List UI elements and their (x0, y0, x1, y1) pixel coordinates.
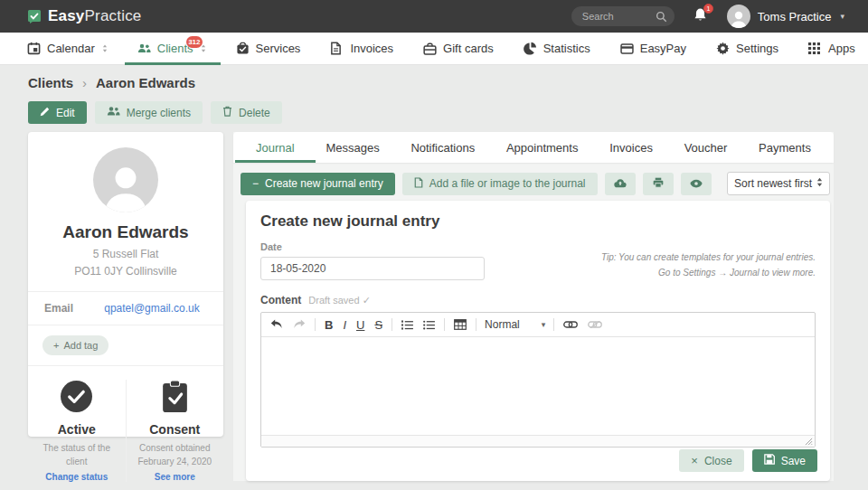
close-button-label: Close (704, 455, 732, 467)
client-name: Aaron Edwards (28, 222, 223, 242)
preview-journal-button[interactable] (681, 173, 712, 195)
search-box[interactable] (571, 6, 675, 26)
see-more-link[interactable]: See more (134, 472, 217, 482)
printer-icon (653, 177, 664, 191)
unlink-button[interactable] (587, 321, 603, 328)
client-address: 5 Russell Flat PO11 0JY Collinsville (28, 246, 223, 279)
breadcrumb-current: Aaron Edwards (96, 75, 195, 90)
paragraph-style-dropdown[interactable]: Normal ▾ (485, 318, 545, 331)
print-journal-button[interactable] (643, 173, 674, 195)
cloud-download-icon (614, 177, 627, 191)
edit-button[interactable]: Edit (28, 101, 87, 124)
draft-status: Draft saved ✓ (308, 295, 371, 306)
email-link[interactable]: qpatel@gmail.co.uk (97, 302, 207, 315)
email-row: Email qpatel@gmail.co.uk (28, 292, 223, 325)
nav-statistics[interactable]: Statistics (524, 33, 590, 64)
add-tag-label: Add tag (63, 340, 98, 351)
form-tip-line1: Tip: You can create templates for your j… (601, 250, 816, 265)
main-nav: Calendar Clients 312 Services I (0, 33, 868, 65)
top-header: EasyPractice 1 Toms Practice ▾ (0, 0, 868, 33)
brand-logo[interactable]: EasyPractice (27, 7, 142, 25)
email-label: Email (44, 302, 97, 315)
create-journal-entry-button[interactable]: − Create new journal entry (241, 173, 395, 195)
settings-icon (716, 42, 730, 55)
bullet-list-button[interactable] (422, 320, 436, 330)
notifications-bell[interactable]: 1 (693, 7, 709, 25)
clipboard-check-icon (134, 380, 217, 414)
redo-button[interactable] (292, 319, 307, 330)
editor-content-area[interactable] (261, 337, 815, 435)
bold-button[interactable]: B (324, 318, 334, 332)
nav-calendar[interactable]: Calendar (27, 33, 108, 64)
link-button[interactable] (562, 321, 579, 328)
brand-name-light: Practice (85, 7, 142, 24)
client-tabs: Journal Messages Notifications Appointme… (233, 132, 834, 163)
date-input[interactable] (260, 257, 485, 280)
merge-clients-button[interactable]: Merge clients (95, 101, 203, 124)
close-button[interactable]: × Close (679, 449, 743, 472)
change-status-link[interactable]: Change status (35, 472, 118, 482)
breadcrumb-clients[interactable]: Clients (28, 75, 73, 90)
nav-apps[interactable]: Apps (808, 33, 855, 64)
nav-label-invoices: Invoices (350, 42, 393, 55)
form-title: Create new journal entry (260, 212, 816, 231)
caret-down-icon: ▾ (542, 320, 546, 329)
consent-line1: Consent obtained (134, 441, 217, 455)
save-button[interactable]: Save (752, 449, 817, 472)
add-file-label: Add a file or image to the journal (429, 177, 586, 190)
underline-button[interactable]: U (355, 318, 365, 332)
draft-check-icon: ✓ (363, 295, 371, 306)
search-icon (656, 10, 667, 22)
add-tag-button[interactable]: + Add tag (42, 335, 108, 355)
easypay-icon (620, 43, 634, 54)
nav-settings[interactable]: Settings (716, 33, 778, 64)
sort-select[interactable]: Sort newest first (727, 172, 830, 195)
strikethrough-button[interactable]: S (373, 318, 383, 332)
nav-label-calendar: Calendar (47, 42, 95, 55)
trash-icon (222, 106, 232, 119)
tab-payments[interactable]: Payments (759, 132, 811, 163)
tab-voucher[interactable]: Voucher (684, 132, 728, 163)
pencil-icon (40, 107, 50, 119)
nav-easypay[interactable]: EasyPay (620, 33, 686, 64)
services-icon (236, 42, 250, 55)
apps-icon (808, 42, 822, 54)
divider (444, 318, 445, 331)
tab-journal[interactable]: Journal (256, 132, 295, 163)
nav-invoices[interactable]: Invoices (330, 33, 393, 64)
tab-appointments[interactable]: Appointments (506, 132, 579, 163)
italic-button[interactable]: I (342, 318, 347, 332)
tab-invoices[interactable]: Invoices (609, 132, 653, 163)
ordered-list-button[interactable] (401, 320, 414, 330)
nav-gift-cards[interactable]: Gift cards (423, 33, 494, 64)
header-right: 1 Toms Practice ▾ (571, 5, 844, 28)
nav-label-easypay: EasyPay (640, 42, 686, 55)
consent-cell: Consent Consent obtained February 24, 20… (127, 380, 224, 482)
notification-badge: 1 (703, 4, 713, 14)
profile-name: Toms Practice (758, 10, 832, 24)
file-icon (414, 177, 423, 191)
tab-notifications[interactable]: Notifications (410, 132, 475, 163)
paragraph-style-value: Normal (485, 318, 520, 331)
merge-clients-label: Merge clients (127, 107, 191, 119)
consent-title: Consent (134, 422, 217, 437)
journal-entry-form: Create new journal entry Tip: You can cr… (246, 201, 830, 481)
nav-clients[interactable]: Clients 312 (137, 33, 206, 64)
insert-table-button[interactable] (453, 319, 467, 330)
close-icon: × (691, 455, 698, 466)
resize-handle[interactable] (805, 438, 813, 446)
gift-cards-icon (423, 42, 437, 55)
brand-check-icon (27, 9, 42, 24)
delete-button[interactable]: Delete (211, 101, 282, 124)
nav-services[interactable]: Services (236, 33, 301, 64)
download-journal-button[interactable] (605, 173, 636, 195)
add-file-button[interactable]: Add a file or image to the journal (402, 173, 598, 195)
profile-menu[interactable]: Toms Practice ▾ (727, 5, 844, 28)
check-circle-icon (35, 380, 118, 414)
undo-button[interactable] (269, 319, 284, 330)
client-address-line1: 5 Russell Flat (28, 246, 223, 263)
tab-messages[interactable]: Messages (326, 132, 379, 163)
caret-down-icon: ▾ (840, 12, 844, 21)
editor-toolbar: B I U S Normal ▾ (261, 313, 815, 337)
nav-label-services: Services (256, 42, 301, 55)
